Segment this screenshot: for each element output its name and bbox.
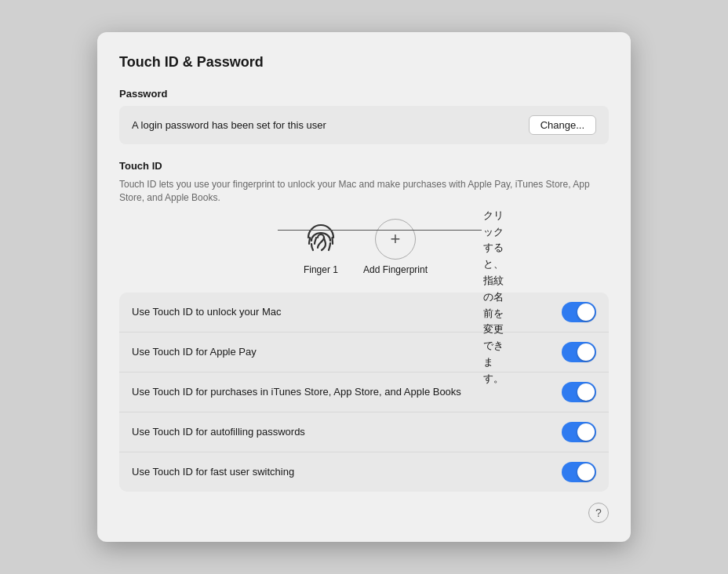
touchid-header: Touch ID Touch ID lets you use your fing… [119,160,609,205]
toggle-row-applepay: Use Touch ID for Apple Pay [119,332,609,372]
toggle-applepay[interactable] [562,342,596,362]
password-status: A login password has been set for this u… [132,119,326,131]
password-row: A login password has been set for this u… [119,106,609,144]
fingerprints-row: Finger 1 + Add Fingerprint [119,219,609,275]
toggle-autofill[interactable] [562,422,596,442]
toggle-label-switching: Use Touch ID for fast user switching [132,465,562,479]
add-fingerprint-circle[interactable]: + [375,219,416,260]
fingerprint-icon [300,219,341,260]
add-fingerprint-label: Add Fingerprint [363,264,428,275]
add-fingerprint-item[interactable]: + Add Fingerprint [363,219,428,275]
toggle-row-switching: Use Touch ID for fast user switching [119,452,609,492]
touchid-section-title: Touch ID [119,160,609,172]
finger1-label: Finger 1 [304,264,338,275]
toggle-row-unlock: Use Touch ID to unlock your Mac [119,292,609,332]
toggle-row-purchases: Use Touch ID for purchases in iTunes Sto… [119,372,609,412]
toggle-unlock[interactable] [562,302,596,322]
toggle-purchases[interactable] [562,382,596,402]
toggle-label-applepay: Use Touch ID for Apple Pay [132,345,562,359]
help-row: ? [119,503,609,523]
toggle-label-purchases: Use Touch ID for purchases in iTunes Sto… [132,385,562,399]
finger1-item[interactable]: Finger 1 [300,219,341,275]
page-title: Touch ID & Password [119,54,609,71]
help-button[interactable]: ? [588,503,609,523]
password-section-title: Password [119,88,609,100]
toggle-switching[interactable] [562,462,596,482]
toggle-label-autofill: Use Touch ID for autofilling passwords [132,425,562,439]
toggle-list: Use Touch ID to unlock your Mac Use Touc… [119,292,609,492]
settings-panel: Touch ID & Password Password A login pas… [97,32,631,542]
toggle-label-unlock: Use Touch ID to unlock your Mac [132,305,562,319]
plus-icon: + [391,231,401,248]
change-password-button[interactable]: Change... [529,115,596,135]
touchid-description: Touch ID lets you use your fingerprint t… [119,178,609,205]
toggle-row-autofill: Use Touch ID for autofilling passwords [119,412,609,452]
